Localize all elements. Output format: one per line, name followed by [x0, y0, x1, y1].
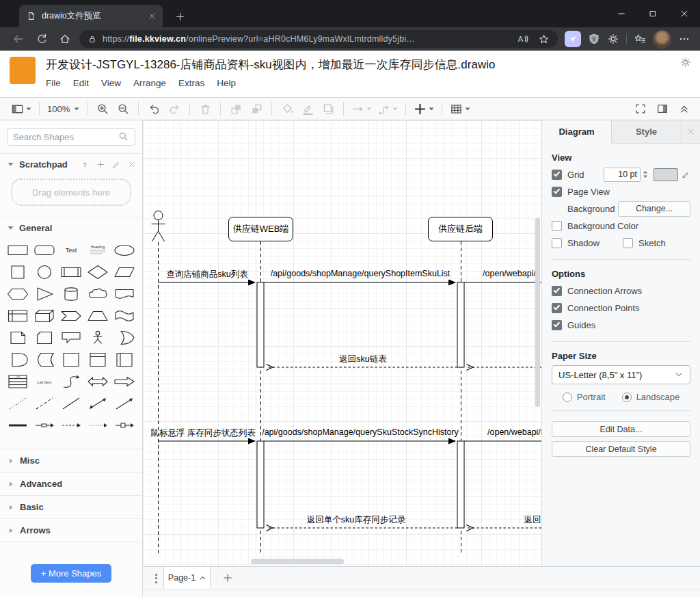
shape-rectangle[interactable] — [4, 241, 31, 260]
scratchpad-header[interactable]: Scratchpad ? — [0, 154, 142, 174]
browser-tab[interactable]: drawio文件预览 — [19, 5, 163, 27]
grid-color-swatch[interactable] — [654, 168, 678, 181]
shape-ellipse[interactable] — [111, 241, 138, 260]
menu-edit[interactable]: Edit — [67, 76, 95, 90]
shape-trapezoid[interactable] — [85, 306, 111, 326]
more-shapes-button[interactable]: + More Shapes — [31, 564, 111, 583]
menu-file[interactable]: File — [40, 76, 67, 90]
zoom-out-icon[interactable] — [116, 100, 131, 118]
zoom-level[interactable]: 100% — [47, 100, 79, 118]
canvas-horizontal-scrollbar[interactable] — [251, 559, 344, 564]
canvas-vertical-scrollbar[interactable] — [535, 217, 540, 407]
tampermonkey-shield-icon[interactable]: T — [588, 33, 600, 45]
zoom-in-icon[interactable] — [95, 100, 110, 118]
shape-vertical-container[interactable] — [111, 350, 138, 369]
shape-edge-dashed[interactable] — [57, 416, 84, 435]
shape-edge-dotted[interactable] — [85, 416, 111, 435]
sidebar-section-arrows[interactable]: Arrows — [0, 518, 142, 542]
theme-sun-icon[interactable] — [679, 56, 692, 68]
sketch-checkbox[interactable] — [623, 238, 633, 248]
favorite-star-icon[interactable] — [538, 34, 550, 45]
shape-triangle[interactable] — [31, 284, 57, 304]
menu-extras[interactable]: Extras — [172, 76, 211, 90]
window-maximize-button[interactable] — [637, 0, 669, 27]
back-icon[interactable] — [7, 29, 30, 49]
shape-document[interactable] — [111, 284, 138, 304]
message-label[interactable]: 返回单个sku库存同步记录 — [307, 514, 405, 526]
grid-checkbox[interactable] — [552, 170, 562, 180]
shape-dotted-line[interactable] — [4, 394, 31, 413]
translate-extension-icon[interactable] — [565, 31, 581, 47]
scratchpad-edit-icon[interactable] — [112, 160, 121, 169]
activation-bars[interactable] — [257, 282, 464, 528]
shape-cube[interactable] — [31, 306, 57, 326]
background-color-checkbox[interactable] — [552, 221, 562, 231]
shape-text[interactable]: Text — [57, 241, 84, 260]
shape-internal-storage[interactable] — [4, 306, 31, 326]
shadow-checkbox[interactable] — [552, 238, 562, 248]
message-label[interactable]: 返回 — [524, 514, 541, 526]
shape-link[interactable] — [4, 416, 31, 435]
shape-callout[interactable] — [57, 328, 84, 347]
menu-arrange[interactable]: Arrange — [127, 76, 172, 90]
shape-rounded-rectangle[interactable] — [31, 241, 57, 260]
shape-textbox[interactable]: Heading — [85, 241, 111, 260]
read-aloud-icon[interactable]: A — [516, 33, 528, 45]
undo-icon[interactable] — [146, 100, 161, 118]
shape-process[interactable] — [57, 263, 84, 282]
shape-list-item[interactable]: List Item — [31, 372, 57, 391]
connection-points-checkbox[interactable] — [552, 303, 562, 313]
shape-note[interactable] — [4, 328, 31, 347]
shape-and[interactable] — [4, 350, 31, 369]
extensions-icon[interactable] — [607, 33, 619, 45]
search-shapes-input[interactable]: Search Shapes — [7, 128, 135, 146]
scratchpad-close-icon[interactable] — [128, 161, 135, 168]
refresh-icon[interactable] — [30, 29, 53, 49]
message-label[interactable]: /api/goods/shopManage/querySkuStockSyncH… — [262, 427, 459, 437]
shape-parallelogram[interactable] — [111, 263, 138, 282]
lifeline-box-web[interactable]: 供应链WEB端 — [228, 217, 293, 241]
shape-bidirectional-connector[interactable] — [85, 394, 111, 413]
page-view-checkbox[interactable] — [552, 187, 562, 197]
new-tab-button[interactable] — [171, 8, 189, 25]
collections-icon[interactable] — [634, 33, 646, 45]
edit-grid-color-icon[interactable] — [682, 170, 690, 179]
table-icon[interactable] — [450, 100, 470, 118]
message-label[interactable]: 返回sku链表 — [339, 354, 386, 365]
shape-hexagon[interactable] — [4, 284, 31, 304]
shape-container[interactable] — [57, 350, 84, 369]
portrait-radio[interactable]: Portrait — [563, 392, 606, 402]
shape-card[interactable] — [31, 328, 57, 347]
collapse-icon[interactable] — [677, 100, 692, 118]
menu-help[interactable]: Help — [211, 76, 242, 90]
menu-view[interactable]: View — [95, 76, 127, 90]
shape-actor[interactable] — [85, 328, 111, 347]
shape-circle[interactable] — [31, 263, 57, 282]
scratchpad-help-icon[interactable]: ? — [81, 160, 90, 169]
shape-container-title[interactable] — [85, 350, 111, 369]
shape-edge-label[interactable] — [31, 416, 57, 435]
format-panel-icon[interactable] — [655, 100, 670, 118]
general-section-header[interactable]: General — [0, 217, 142, 238]
actor-shape[interactable] — [152, 211, 165, 242]
lifeline-box-backend[interactable]: 供应链后端 — [428, 217, 493, 241]
sidebar-section-advanced[interactable]: Advanced — [0, 472, 142, 495]
change-background-button[interactable]: Change... — [618, 201, 690, 217]
message-label[interactable]: 查询店铺商品sku列表 — [166, 269, 247, 280]
add-page-button[interactable] — [219, 570, 236, 586]
shape-arrow[interactable] — [111, 372, 138, 391]
grid-size-input[interactable]: 10 pt — [604, 168, 641, 182]
window-close-button[interactable] — [669, 0, 700, 27]
address-bar[interactable]: https://file.kkview.cn/onlinePreview?url… — [79, 30, 558, 48]
shape-directional-connector[interactable] — [111, 394, 138, 413]
connection-arrows-checkbox[interactable] — [552, 286, 562, 296]
scratchpad-dropzone[interactable]: Drag elements here — [11, 178, 131, 206]
panel-close-icon[interactable] — [682, 120, 700, 143]
sidebar-section-basic[interactable]: Basic — [0, 495, 142, 518]
diagram-canvas[interactable]: 供应链WEB端 供应链后端 查询店铺商品sku列表 /api/goods/sho… — [143, 120, 541, 566]
message-label[interactable]: /open/webapi/ — [483, 269, 536, 278]
sidebar-section-misc[interactable]: Misc — [0, 449, 142, 472]
shape-square[interactable] — [4, 263, 31, 282]
message-label[interactable]: /api/goods/shopManage/queryShopItemSkuLi… — [271, 269, 450, 278]
shape-step[interactable] — [57, 306, 84, 326]
